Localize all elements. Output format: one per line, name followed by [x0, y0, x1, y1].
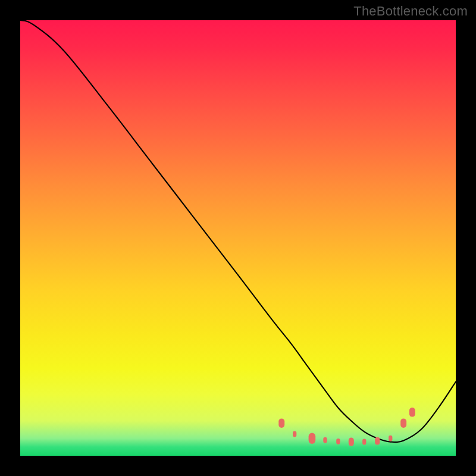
highlight-dot: [278, 418, 284, 428]
highlight-dot: [375, 437, 380, 445]
highlight-dot: [400, 418, 406, 428]
watermark-text: TheBottleneck.com: [353, 4, 468, 19]
highlight-dot: [323, 437, 327, 443]
highlight-dot: [336, 439, 340, 444]
highlight-dot: [349, 438, 354, 446]
highlight-dot: [309, 433, 316, 444]
bottleneck-curve: [20, 20, 456, 442]
plot-area: [20, 20, 456, 456]
highlight-dot: [362, 439, 366, 445]
highlight-dot: [293, 431, 296, 437]
chart-frame: TheBottleneck.com: [0, 0, 476, 476]
highlight-dot: [409, 408, 415, 417]
chart-svg: [20, 20, 456, 456]
highlight-dots-group: [278, 408, 415, 446]
highlight-dot: [389, 436, 392, 441]
